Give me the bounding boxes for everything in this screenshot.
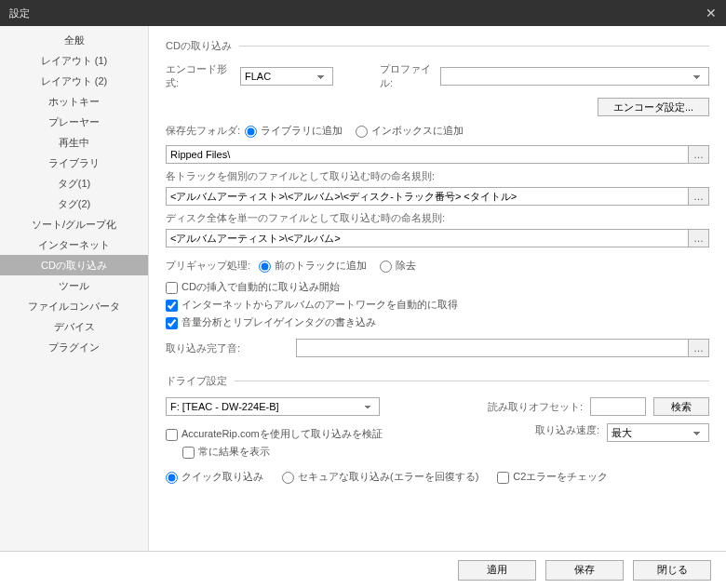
complete-sound-row: 取り込み完了音: … xyxy=(166,339,709,357)
complete-sound-wrap: … xyxy=(296,339,709,357)
save-path-wrap: … xyxy=(166,145,709,164)
sidebar: 全般レイアウト (1)レイアウト (2)ホットキープレーヤー再生中ライブラリタグ… xyxy=(0,26,149,551)
quick-rip-radio[interactable]: クイック取り込み xyxy=(166,470,263,484)
pregap-prepend-radio[interactable]: 前のトラックに追加 xyxy=(259,259,367,273)
sidebar-item-10[interactable]: インターネット xyxy=(0,234,148,255)
c2-checkbox[interactable]: C2エラーをチェック xyxy=(497,470,608,484)
encoder-settings-row: エンコーダ設定... xyxy=(166,98,709,116)
browse-save-path-button[interactable]: … xyxy=(689,145,709,164)
close-button[interactable]: 閉じる xyxy=(633,560,711,581)
speed-label: 取り込み速度: xyxy=(535,423,599,437)
encode-row: エンコード形式: FLAC プロファイル: 標準圧縮 xyxy=(166,62,709,90)
sidebar-item-1[interactable]: レイアウト (1) xyxy=(0,50,148,71)
save-path-input[interactable] xyxy=(166,145,689,164)
drive-row: F: [TEAC - DW-224E-B] 読み取りオフセット: 検索 xyxy=(166,397,709,416)
offset-input[interactable] xyxy=(590,397,646,416)
sidebar-item-7[interactable]: タグ(1) xyxy=(0,173,148,194)
profile-select[interactable]: 標準圧縮 xyxy=(440,67,709,86)
section-header-drive: ドライブ設定 xyxy=(166,374,709,388)
auto-rip-checkbox[interactable]: CDの挿入で自動的に取り込み開始 xyxy=(166,280,709,294)
divider xyxy=(239,46,709,47)
sidebar-item-6[interactable]: ライブラリ xyxy=(0,153,148,173)
track-naming-input[interactable] xyxy=(166,187,689,206)
complete-sound-label: 取り込み完了音: xyxy=(166,341,296,355)
sidebar-item-4[interactable]: プレーヤー xyxy=(0,112,148,132)
encode-format-label: エンコード形式: xyxy=(166,62,240,90)
sidebar-item-12[interactable]: ツール xyxy=(0,275,148,296)
content-panel: CDの取り込み エンコード形式: FLAC プロファイル: 標準圧縮 エンコーダ… xyxy=(149,26,726,551)
save-button[interactable]: 保存 xyxy=(545,560,624,581)
sidebar-item-0[interactable]: 全般 xyxy=(0,30,148,50)
sidebar-item-8[interactable]: タグ(2) xyxy=(0,194,148,214)
sidebar-item-2[interactable]: レイアウト (2) xyxy=(0,71,148,91)
sidebar-item-15[interactable]: プラグイン xyxy=(0,337,148,357)
sidebar-item-14[interactable]: デバイス xyxy=(0,316,148,337)
speed-select[interactable]: 最大 xyxy=(607,423,709,442)
divider xyxy=(235,381,709,381)
disc-naming-wrap: … xyxy=(166,229,709,247)
add-to-inbox-radio[interactable]: インボックスに追加 xyxy=(356,124,464,138)
pregap-row: プリギャップ処理: 前のトラックに追加 除去 xyxy=(166,259,709,273)
save-folder-row: 保存先フォルダ: ライブラリに追加 インボックスに追加 xyxy=(166,124,709,138)
sidebar-item-3[interactable]: ホットキー xyxy=(0,91,148,112)
add-to-library-radio[interactable]: ライブラリに追加 xyxy=(245,124,343,138)
disc-naming-input[interactable] xyxy=(166,229,689,247)
sidebar-item-5[interactable]: 再生中 xyxy=(0,132,148,153)
track-naming-caption: 各トラックを個別のファイルとして取り込む時の命名規則: xyxy=(166,169,709,183)
encoder-settings-button[interactable]: エンコーダ設定... xyxy=(598,98,709,116)
get-artwork-checkbox[interactable]: インターネットからアルバムのアートワークを自動的に取得 xyxy=(166,298,709,312)
complete-sound-input[interactable] xyxy=(296,339,689,357)
browse-disc-naming-button[interactable]: … xyxy=(689,229,709,247)
sidebar-item-13[interactable]: ファイルコンバータ xyxy=(0,296,148,316)
browse-complete-sound-button[interactable]: … xyxy=(689,339,709,357)
sidebar-item-11[interactable]: CDの取り込み xyxy=(0,255,148,275)
section-title: CDの取り込み xyxy=(166,39,232,53)
footer: 適用 保存 閉じる xyxy=(0,551,726,588)
section-title: ドライブ設定 xyxy=(166,374,227,388)
sidebar-item-9[interactable]: ソート/グループ化 xyxy=(0,214,148,234)
apply-button[interactable]: 適用 xyxy=(458,560,536,581)
replaygain-checkbox[interactable]: 音量分析とリプレイゲインタグの書き込み xyxy=(166,315,709,329)
rip-mode-row: クイック取り込み セキュアな取り込み(エラーを回復する) C2エラーをチェック xyxy=(166,470,709,484)
section-header-cd: CDの取り込み xyxy=(166,39,709,53)
secure-rip-radio[interactable]: セキュアな取り込み(エラーを回復する) xyxy=(282,470,478,484)
always-show-checkbox[interactable]: 常に結果を表示 xyxy=(182,445,535,459)
disc-naming-caption: ディスク全体を単一のファイルとして取り込む時の命名規則: xyxy=(166,211,709,225)
profile-label: プロファイル: xyxy=(380,62,440,90)
search-button[interactable]: 検索 xyxy=(653,397,709,416)
track-naming-wrap: … xyxy=(166,187,709,206)
window-title: 設定 xyxy=(9,7,30,20)
accuraterip-row: AccurateRip.comを使用して取り込みを検証 常に結果を表示 取り込み… xyxy=(166,423,709,462)
pregap-label: プリギャップ処理: xyxy=(166,259,259,273)
main-area: 全般レイアウト (1)レイアウト (2)ホットキープレーヤー再生中ライブラリタグ… xyxy=(0,26,726,551)
drive-select[interactable]: F: [TEAC - DW-224E-B] xyxy=(166,397,380,416)
save-folder-label: 保存先フォルダ: xyxy=(166,124,245,138)
browse-track-naming-button[interactable]: … xyxy=(689,187,709,206)
titlebar: 設定 ✕ xyxy=(0,0,726,26)
accuraterip-checkbox[interactable]: AccurateRip.comを使用して取り込みを検証 xyxy=(166,427,535,441)
encode-format-select[interactable]: FLAC xyxy=(240,67,333,86)
offset-label: 読み取りオフセット: xyxy=(488,400,583,414)
close-icon[interactable]: ✕ xyxy=(706,6,717,20)
pregap-remove-radio[interactable]: 除去 xyxy=(380,259,416,273)
